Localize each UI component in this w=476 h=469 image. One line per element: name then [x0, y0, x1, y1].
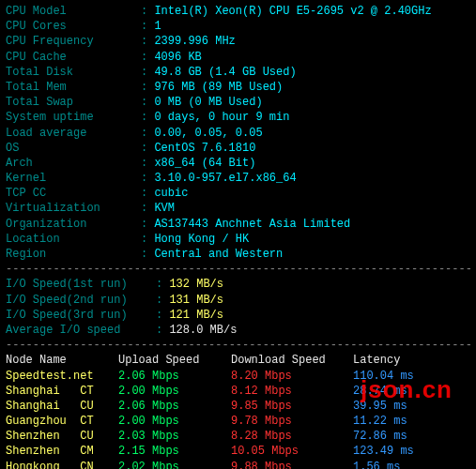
sysinfo-value: 0 days, 0 hour 9 min: [154, 111, 289, 124]
sysinfo-row: Arch: x86_64 (64 Bit): [6, 156, 470, 171]
sysinfo-value: Hong Kong / HK: [154, 233, 249, 246]
divider-line: ----------------------------------------…: [6, 262, 470, 277]
io-speed-block: I/O Speed(1st run): 132 MB/sI/O Speed(2n…: [6, 277, 470, 338]
sysinfo-row: CPU Model: Intel(R) Xeon(R) CPU E5-2695 …: [6, 4, 470, 19]
latency: 72.86 ms: [353, 429, 407, 444]
sysinfo-label: Organization: [6, 217, 141, 232]
download-speed: 8.28 Mbps: [231, 429, 353, 444]
sysinfo-label: CPU Cores: [6, 19, 141, 34]
sysinfo-label: Kernel: [6, 171, 141, 186]
io-value: 128.0 MB/s: [169, 324, 237, 337]
upload-speed: 2.15 Mbps: [118, 444, 231, 459]
sysinfo-value: x86_64 (64 Bit): [154, 157, 255, 170]
divider-line: ----------------------------------------…: [6, 338, 470, 353]
node-name: Speedtest.net: [6, 369, 118, 384]
sysinfo-row: OS: CentOS 7.6.1810: [6, 141, 470, 156]
sysinfo-row: Location: Hong Kong / HK: [6, 232, 470, 247]
sysinfo-label: Load average: [6, 126, 141, 141]
sysinfo-row: Region: Central and Western: [6, 247, 470, 262]
sysinfo-row: Kernel: 3.10.0-957.el7.x86_64: [6, 171, 470, 186]
upload-speed: 2.02 Mbps: [118, 460, 231, 469]
download-speed: 10.05 Mbps: [231, 444, 353, 459]
node-name: Shanghai CU: [6, 399, 118, 414]
sysinfo-value: 3.10.0-957.el7.x86_64: [154, 172, 296, 185]
sysinfo-row: Load average: 0.00, 0.05, 0.05: [6, 126, 470, 141]
speedtest-header: Node NameUpload SpeedDownload SpeedLaten…: [6, 353, 470, 368]
io-label: I/O Speed(3rd run): [6, 308, 156, 323]
io-row: I/O Speed(2nd run): 131 MB/s: [6, 293, 470, 308]
io-row: I/O Speed(1st run): 132 MB/s: [6, 277, 470, 292]
sysinfo-value: 0 MB (0 MB Used): [154, 96, 262, 109]
sysinfo-row: System uptime: 0 days, 0 hour 9 min: [6, 110, 470, 125]
sysinfo-label: Total Disk: [6, 65, 141, 80]
sysinfo-label: Location: [6, 232, 141, 247]
sysinfo-label: Region: [6, 247, 141, 262]
node-name: Shanghai CT: [6, 384, 118, 399]
sysinfo-label: OS: [6, 141, 141, 156]
sysinfo-row: Total Disk: 49.8 GB (1.4 GB Used): [6, 65, 470, 80]
sysinfo-value: cubic: [154, 187, 188, 200]
download-speed: 9.78 Mbps: [231, 414, 353, 429]
upload-speed: 2.00 Mbps: [118, 414, 231, 429]
io-value: 131 MB/s: [169, 294, 223, 307]
latency: 11.22 ms: [353, 414, 407, 429]
sysinfo-label: CPU Frequency: [6, 34, 141, 49]
speedtest-row: Shenzhen CM2.15 Mbps10.05 Mbps123.49 ms: [6, 444, 470, 459]
upload-speed: 2.03 Mbps: [118, 429, 231, 444]
sysinfo-label: Virtualization: [6, 201, 141, 216]
io-row: Average I/O speed: 128.0 MB/s: [6, 323, 470, 338]
sysinfo-value: 976 MB (89 MB Used): [154, 81, 283, 94]
latency: 123.49 ms: [353, 444, 414, 459]
sysinfo-value: 4096 KB: [154, 51, 201, 64]
sysinfo-label: System uptime: [6, 110, 141, 125]
sysinfo-label: TCP CC: [6, 186, 141, 201]
io-row: I/O Speed(3rd run): 121 MB/s: [6, 308, 470, 323]
sysinfo-label: Total Mem: [6, 80, 141, 95]
speedtest-row: Guangzhou CT2.00 Mbps9.78 Mbps11.22 ms: [6, 414, 470, 429]
col-header-node: Node Name: [6, 353, 118, 368]
io-value: 121 MB/s: [169, 309, 223, 322]
node-name: Hongkong CN: [6, 460, 118, 469]
sysinfo-label: CPU Model: [6, 4, 141, 19]
sysinfo-label: Arch: [6, 156, 141, 171]
upload-speed: 2.06 Mbps: [118, 369, 231, 384]
sysinfo-value: CentOS 7.6.1810: [154, 142, 255, 155]
sysinfo-row: Organization: AS137443 Anchnet Asia Limi…: [6, 217, 470, 232]
sysinfo-row: Total Mem: 976 MB (89 MB Used): [6, 80, 470, 95]
sysinfo-value: 1: [154, 20, 161, 33]
upload-speed: 2.06 Mbps: [118, 399, 231, 414]
col-header-download: Download Speed: [231, 353, 353, 368]
sysinfo-row: Total Swap: 0 MB (0 MB Used): [6, 95, 470, 110]
sysinfo-row: TCP CC: cubic: [6, 186, 470, 201]
sysinfo-value: AS137443 Anchnet Asia Limited: [154, 218, 350, 231]
download-speed: 9.85 Mbps: [231, 399, 353, 414]
watermark-text: json.cn: [361, 373, 453, 406]
sysinfo-value: Central and Western: [154, 248, 283, 261]
latency: 1.56 ms: [353, 460, 400, 469]
sysinfo-label: CPU Cache: [6, 50, 141, 65]
sysinfo-value: 49.8 GB (1.4 GB Used): [154, 66, 296, 79]
sysinfo-row: CPU Cores: 1: [6, 19, 470, 34]
col-header-upload: Upload Speed: [118, 353, 231, 368]
sysinfo-label: Total Swap: [6, 95, 141, 110]
sysinfo-row: CPU Frequency: 2399.996 MHz: [6, 34, 470, 49]
sysinfo-value: 0.00, 0.05, 0.05: [154, 127, 262, 140]
io-label: I/O Speed(2nd run): [6, 293, 156, 308]
io-value: 132 MB/s: [169, 278, 223, 291]
col-header-latency: Latency: [353, 353, 400, 368]
node-name: Guangzhou CT: [6, 414, 118, 429]
speedtest-row: Hongkong CN2.02 Mbps9.88 Mbps1.56 ms: [6, 460, 470, 469]
sysinfo-row: CPU Cache: 4096 KB: [6, 50, 470, 65]
download-speed: 8.20 Mbps: [231, 369, 353, 384]
download-speed: 9.88 Mbps: [231, 460, 353, 469]
sysinfo-row: Virtualization: KVM: [6, 201, 470, 216]
node-name: Shenzhen CM: [6, 444, 118, 459]
sysinfo-value: KVM: [154, 202, 175, 215]
download-speed: 8.12 Mbps: [231, 384, 353, 399]
node-name: Shenzhen CU: [6, 429, 118, 444]
sysinfo-value: Intel(R) Xeon(R) CPU E5-2695 v2 @ 2.40GH…: [154, 5, 431, 18]
io-label: I/O Speed(1st run): [6, 277, 156, 292]
speedtest-row: Shenzhen CU2.03 Mbps8.28 Mbps72.86 ms: [6, 429, 470, 444]
io-label: Average I/O speed: [6, 323, 156, 338]
sysinfo-value: 2399.996 MHz: [154, 35, 235, 48]
